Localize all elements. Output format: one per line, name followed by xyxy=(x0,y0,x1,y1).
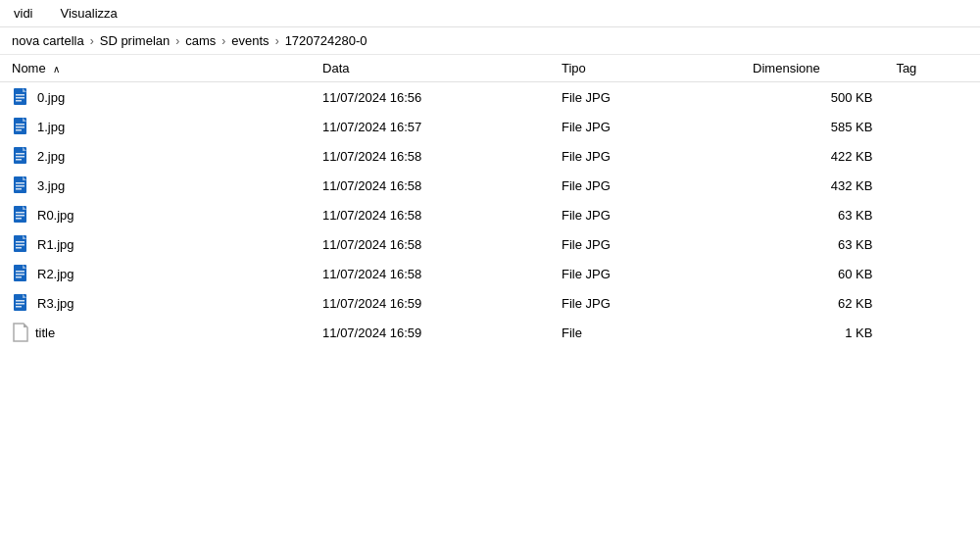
file-date-cell: 11/07/2024 16:59 xyxy=(311,288,550,318)
breadcrumb-current: 1720724280-0 xyxy=(285,33,368,48)
file-size-cell: 432 KB xyxy=(741,171,884,200)
svg-rect-33 xyxy=(16,274,24,276)
file-name-label: R3.jpg xyxy=(37,296,74,311)
svg-rect-34 xyxy=(16,276,22,278)
svg-rect-38 xyxy=(16,303,24,305)
breadcrumb-separator-2: › xyxy=(221,34,225,48)
breadcrumb-item-0[interactable]: nova cartella xyxy=(12,33,84,48)
file-date-cell: 11/07/2024 16:58 xyxy=(311,141,550,171)
file-tag-cell xyxy=(884,82,980,113)
file-name-label: R0.jpg xyxy=(37,208,74,223)
file-date-cell: 11/07/2024 16:56 xyxy=(311,82,550,113)
file-size-cell: 62 KB xyxy=(741,288,884,318)
file-type-cell: File JPG xyxy=(550,82,741,113)
file-name-cell: title xyxy=(0,318,311,347)
file-size-cell: 1 KB xyxy=(741,318,884,347)
table-row[interactable]: 2.jpg11/07/2024 16:58File JPG422 KB xyxy=(0,141,980,171)
column-header-nome[interactable]: Nome ∧ xyxy=(0,55,311,82)
file-date-cell: 11/07/2024 16:58 xyxy=(311,171,550,200)
svg-rect-19 xyxy=(16,188,22,190)
table-row[interactable]: title11/07/2024 16:59File1 KB xyxy=(0,318,980,347)
sort-arrow-nome: ∧ xyxy=(53,64,60,75)
file-type-cell: File JPG xyxy=(550,259,741,288)
table-row[interactable]: 3.jpg11/07/2024 16:58File JPG432 KB xyxy=(0,171,980,200)
file-size-cell: 422 KB xyxy=(741,141,884,171)
jpg-file-icon xyxy=(12,175,31,195)
file-name-label: title xyxy=(35,326,55,340)
file-size-cell: 63 KB xyxy=(741,200,884,229)
file-name-label: 2.jpg xyxy=(37,149,65,164)
file-type-cell: File xyxy=(550,318,741,347)
svg-rect-39 xyxy=(16,306,22,308)
file-tag-cell xyxy=(884,112,980,141)
file-tag-cell xyxy=(884,141,980,171)
jpg-file-icon xyxy=(12,87,31,107)
file-date-cell: 11/07/2024 16:58 xyxy=(311,200,550,229)
svg-rect-2 xyxy=(16,94,24,96)
file-name-cell: 3.jpg xyxy=(0,171,311,200)
breadcrumb-bar: nova cartella › SD primelan › cams › eve… xyxy=(0,27,980,55)
menu-bar: vidi Visualizza xyxy=(0,0,980,27)
file-tag-cell xyxy=(884,259,980,288)
jpg-file-icon xyxy=(12,117,31,136)
breadcrumb-item-1[interactable]: SD primelan xyxy=(100,33,171,48)
breadcrumb-item-2[interactable]: cams xyxy=(185,33,216,48)
svg-rect-17 xyxy=(16,182,24,184)
file-type-cell: File JPG xyxy=(550,112,741,141)
svg-rect-7 xyxy=(16,124,24,125)
jpg-file-icon xyxy=(12,293,31,313)
file-size-cell: 500 KB xyxy=(741,82,884,113)
file-type-cell: File JPG xyxy=(550,141,741,171)
file-tag-cell xyxy=(884,229,980,259)
jpg-file-icon xyxy=(12,205,31,225)
svg-rect-9 xyxy=(16,129,22,131)
column-header-data[interactable]: Data xyxy=(311,55,550,82)
file-tag-cell xyxy=(884,288,980,318)
column-header-tag[interactable]: Tag xyxy=(884,55,980,82)
svg-rect-29 xyxy=(16,247,22,249)
svg-rect-3 xyxy=(16,97,24,99)
column-header-dimensione[interactable]: Dimensione xyxy=(741,55,884,82)
file-date-cell: 11/07/2024 16:59 xyxy=(311,318,550,347)
svg-rect-28 xyxy=(16,244,24,246)
table-row[interactable]: 1.jpg11/07/2024 16:57File JPG585 KB xyxy=(0,112,980,141)
file-name-label: 0.jpg xyxy=(37,90,65,105)
svg-rect-14 xyxy=(16,159,22,161)
svg-rect-32 xyxy=(16,271,24,273)
breadcrumb-separator-0: › xyxy=(90,34,94,48)
table-row[interactable]: R0.jpg11/07/2024 16:58File JPG63 KB xyxy=(0,200,980,229)
file-name-cell: R3.jpg xyxy=(0,288,311,318)
column-header-tipo[interactable]: Tipo xyxy=(550,55,741,82)
generic-file-icon xyxy=(12,323,29,342)
file-size-cell: 585 KB xyxy=(741,112,884,141)
svg-rect-27 xyxy=(16,241,24,243)
table-row[interactable]: R2.jpg11/07/2024 16:58File JPG60 KB xyxy=(0,259,980,288)
breadcrumb-item-3[interactable]: events xyxy=(231,33,269,48)
svg-rect-23 xyxy=(16,215,24,217)
svg-rect-22 xyxy=(16,212,24,214)
svg-rect-37 xyxy=(16,300,24,302)
file-name-label: R1.jpg xyxy=(37,237,74,252)
file-name-cell: 2.jpg xyxy=(0,141,311,171)
breadcrumb-separator-1: › xyxy=(175,34,179,48)
file-name-cell: 1.jpg xyxy=(0,112,311,141)
table-row[interactable]: R3.jpg11/07/2024 16:59File JPG62 KB xyxy=(0,288,980,318)
file-date-cell: 11/07/2024 16:58 xyxy=(311,229,550,259)
svg-rect-4 xyxy=(16,100,22,102)
file-size-cell: 60 KB xyxy=(741,259,884,288)
svg-rect-18 xyxy=(16,185,24,187)
table-row[interactable]: 0.jpg11/07/2024 16:56File JPG500 KB xyxy=(0,82,980,113)
table-row[interactable]: R1.jpg11/07/2024 16:58File JPG63 KB xyxy=(0,229,980,259)
file-list-container: Nome ∧ Data Tipo Dimensione Tag 0.jpg11/… xyxy=(0,55,980,537)
menu-item-vidi[interactable]: vidi xyxy=(10,4,37,23)
file-table: Nome ∧ Data Tipo Dimensione Tag 0.jpg11/… xyxy=(0,55,980,347)
file-type-cell: File JPG xyxy=(550,171,741,200)
menu-item-visualizza[interactable]: Visualizza xyxy=(57,4,122,23)
file-name-cell: 0.jpg xyxy=(0,82,311,113)
jpg-file-icon xyxy=(12,234,31,254)
file-name-label: R2.jpg xyxy=(37,267,74,281)
file-type-cell: File JPG xyxy=(550,288,741,318)
svg-rect-13 xyxy=(16,156,24,158)
jpg-file-icon xyxy=(12,264,31,283)
file-name-label: 1.jpg xyxy=(37,120,65,134)
